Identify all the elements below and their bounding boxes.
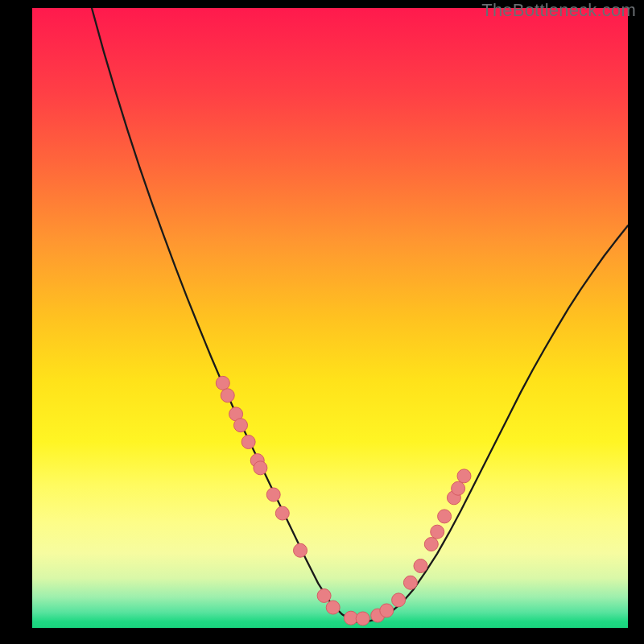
data-point <box>326 601 340 614</box>
chart-stage: TheBottleneck.com <box>0 0 644 644</box>
watermark-text: TheBottleneck.com <box>481 0 636 21</box>
dots-layer <box>32 8 628 628</box>
data-point <box>254 461 267 475</box>
data-point <box>242 436 255 449</box>
data-point <box>431 525 444 539</box>
data-point <box>452 481 465 495</box>
data-point <box>216 376 229 390</box>
data-point <box>317 588 331 602</box>
data-point <box>234 419 248 432</box>
data-point <box>438 510 452 523</box>
data-point <box>266 488 280 502</box>
data-point <box>403 576 417 589</box>
data-point <box>356 612 369 625</box>
data-point <box>275 506 289 520</box>
data-point <box>380 604 394 617</box>
data-point <box>392 593 406 607</box>
data-point <box>414 559 427 573</box>
data-point <box>457 469 471 483</box>
data-point <box>221 389 234 402</box>
data-point <box>424 538 438 551</box>
dots-group <box>216 376 471 625</box>
data-point <box>294 543 308 557</box>
plot-area <box>32 8 628 628</box>
